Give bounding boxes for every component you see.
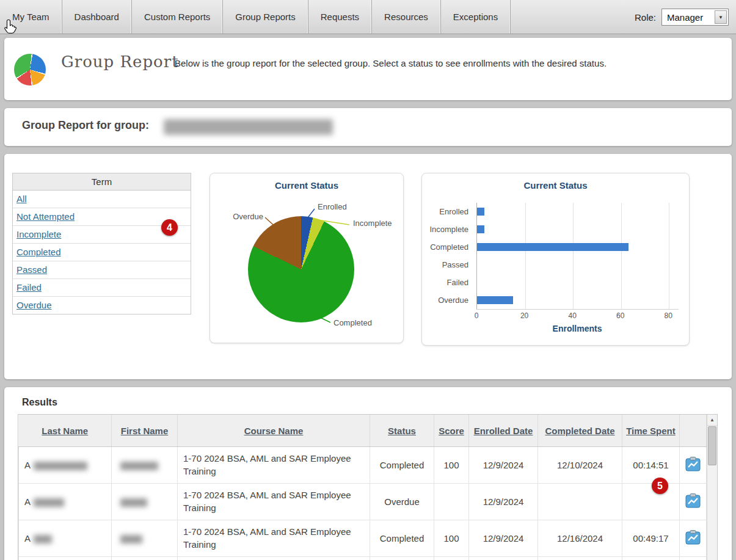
cell-time-spent [622, 484, 680, 520]
redacted-last-name [34, 462, 87, 470]
cell-status: Completed [370, 520, 434, 557]
bar-chart-card: Current Status EnrolledIncompleteComplet… [421, 173, 690, 346]
col-header-first-name[interactable]: First Name [112, 415, 178, 447]
view-details-chart-icon[interactable] [685, 464, 701, 474]
redacted-last-name [34, 498, 64, 507]
page-description: Below is the group report for the select… [175, 58, 607, 68]
cell-enrolled-date: 12/9/2024 [469, 484, 538, 520]
term-link-failed[interactable]: Failed [16, 282, 42, 293]
redacted-first-name [120, 498, 147, 507]
term-link-passed[interactable]: Passed [16, 264, 47, 275]
cell-completed-date [538, 484, 622, 520]
bar-overdue[interactable] [477, 296, 513, 304]
bar-category-enrolled: Enrolled [422, 203, 473, 220]
step-badge-4: 4 [161, 219, 178, 236]
nav-tab-resources[interactable]: Resources [372, 0, 441, 34]
bar-completed[interactable] [477, 243, 629, 251]
term-link-incomplete[interactable]: Incomplete [16, 229, 61, 239]
cell-time-spent: 00:14:51 [622, 447, 680, 484]
cell-status: Overdue [370, 484, 434, 520]
col-header-last-name[interactable]: Last Name [19, 415, 112, 447]
scroll-thumb[interactable] [708, 426, 716, 465]
group-report-label: Group Report for group: [22, 119, 149, 132]
cell-status [370, 557, 434, 560]
cell-enrolled-date: 12/9/2024 [469, 520, 538, 557]
term-link-not-attempted[interactable]: Not Attempted [16, 211, 75, 222]
bar-incomplete[interactable] [477, 225, 484, 233]
bar-category-failed: Failed [422, 274, 473, 291]
dropdown-arrow-icon[interactable]: ▼ [715, 10, 727, 24]
cell-actions [680, 520, 707, 557]
vertical-scrollbar[interactable]: ▲ [707, 415, 717, 560]
col-header-label: Enrolled Date [474, 426, 533, 436]
term-link-all[interactable]: All [16, 194, 27, 204]
nav-tab-group-reports[interactable]: Group Reports [223, 0, 308, 34]
col-header-status[interactable]: Status [370, 415, 434, 447]
term-list: AllNot AttemptedIncompleteCompletedPasse… [13, 191, 191, 314]
bar-plot[interactable] [476, 203, 679, 310]
view-details-chart-icon[interactable] [685, 537, 701, 547]
cell-last-name [19, 557, 112, 560]
nav-tab-custom-reports[interactable]: Custom Reports [132, 0, 223, 34]
col-header-label: Status [388, 426, 416, 436]
col-header-enrolled-date[interactable]: Enrolled Date [469, 415, 538, 447]
term-link-overdue[interactable]: Overdue [16, 300, 52, 310]
report-header-panel: Group Report Below is the group report f… [4, 38, 732, 100]
role-selector: Role: Manager ▼ [635, 9, 729, 26]
cell-first-name [112, 557, 178, 560]
cell-enrolled-date [469, 557, 538, 560]
gridline-20 [525, 203, 526, 309]
last-name-visible: A [24, 533, 31, 544]
bar-enrolled[interactable] [477, 208, 484, 216]
term-link-completed[interactable]: Completed [16, 247, 61, 257]
table-row: A1-70 2024 BSA, AML and SAR Employee Tra… [19, 484, 707, 520]
cell-time-spent [622, 557, 680, 560]
bar-xtick-20: 20 [520, 311, 528, 320]
pie-label-overdue: Overdue [233, 212, 263, 221]
gridline-80 [669, 203, 669, 309]
cell-time-spent: 00:49:17 [622, 520, 680, 557]
cell-last-name: A [19, 484, 112, 520]
bar-xtick-60: 60 [616, 311, 624, 320]
top-nav: My TeamDashboardCustom ReportsGroup Repo… [0, 0, 736, 34]
bar-category-overdue: Overdue [422, 291, 473, 309]
role-select[interactable]: Manager ▼ [661, 9, 729, 26]
cell-course-name: 1-70 2024 BSA, AML and SAR [178, 557, 370, 560]
group-name-panel: Group Report for group: [4, 108, 732, 146]
results-header-row: Last NameFirst NameCourse NameStatusScor… [19, 415, 707, 447]
bar-xtick-0: 0 [475, 311, 479, 320]
nav-tab-requests[interactable]: Requests [308, 0, 372, 34]
cell-score [434, 484, 469, 520]
col-header-course-name[interactable]: Course Name [178, 415, 370, 447]
role-label: Role: [635, 12, 656, 23]
cell-first-name [112, 484, 178, 520]
term-row-passed: Passed [13, 261, 191, 279]
cell-last-name: A [19, 520, 112, 557]
table-row: A1-70 2024 BSA, AML and SAR Employee Tra… [19, 447, 707, 484]
pie-chart[interactable] [248, 216, 354, 322]
bar-ycats: EnrolledIncompleteCompletedPassedFailedO… [422, 203, 473, 309]
redacted-first-name [120, 462, 158, 470]
col-header-label: First Name [121, 426, 169, 436]
gridline-60 [621, 203, 622, 309]
nav-tabs: My TeamDashboardCustom ReportsGroup Repo… [0, 0, 736, 34]
cell-course-name: 1-70 2024 BSA, AML and SAR Employee Trai… [178, 484, 370, 520]
last-name-visible: A [24, 460, 31, 470]
col-header-completed-date[interactable]: Completed Date [538, 415, 622, 447]
col-header-label: Score [439, 426, 464, 436]
col-header-score[interactable]: Score [434, 415, 469, 447]
last-name-visible: A [24, 496, 31, 507]
nav-tab-dashboard[interactable]: Dashboard [62, 0, 132, 34]
bar-xlabel: Enrollments [553, 324, 602, 333]
col-header-actions [680, 415, 707, 447]
page-title: Group Report [61, 53, 179, 71]
col-header-time-spent[interactable]: Time Spent [622, 415, 680, 447]
bar-category-incomplete: Incomplete [422, 220, 473, 238]
hand-cursor-icon [4, 19, 17, 35]
scroll-up-arrow-icon[interactable]: ▲ [707, 415, 717, 426]
nav-tab-exceptions[interactable]: Exceptions [441, 0, 511, 34]
bar-category-completed: Completed [422, 238, 473, 256]
cell-actions [680, 557, 707, 560]
bar-chart-title: Current Status [422, 180, 689, 191]
view-details-chart-icon[interactable] [685, 500, 701, 511]
